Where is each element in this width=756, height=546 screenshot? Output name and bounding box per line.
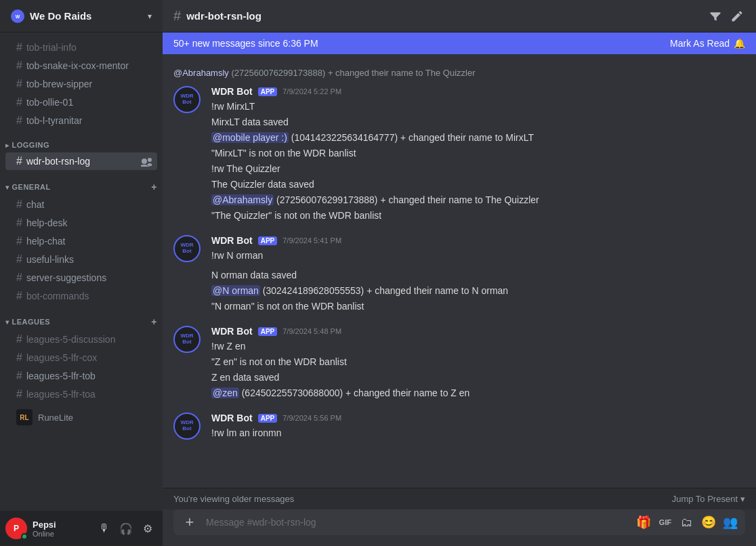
chevron-down-icon: ▾	[740, 494, 745, 504]
hash-icon: #	[16, 155, 22, 167]
bot-avatar-4: WDRBot	[173, 413, 201, 440]
filter-icon[interactable]	[707, 8, 723, 24]
app-badge: APP	[258, 327, 278, 336]
channel-item-useful-links[interactable]: # useful-links	[5, 251, 157, 268]
message-timestamp: 7/9/2024 5:48 PM	[282, 327, 341, 335]
runelite-icon: RL	[16, 409, 33, 425]
bot-name: WDR Bot	[211, 413, 253, 423]
user-info: Pepsi Online	[33, 520, 89, 538]
channel-item-leagues-5-lfr-cox[interactable]: # leagues-5-lfr-cox	[5, 349, 157, 366]
runelite-section[interactable]: RL RuneLite	[5, 404, 157, 431]
bot-avatar-3: WDRBot	[173, 326, 201, 353]
avatar: P	[5, 518, 27, 539]
app-badge: APP	[258, 87, 278, 96]
message-group-2: WDRBot WDR Bot APP 7/9/2024 5:41 PM !rw …	[163, 232, 756, 318]
channel-item-bot-commands[interactable]: # bot-commands	[5, 287, 157, 305]
channel-item-tob-ollie[interactable]: # tob-ollie-01	[5, 93, 157, 111]
hash-icon: #	[16, 114, 22, 127]
settings-button[interactable]: ⚙	[138, 519, 157, 538]
channel-hash-icon: #	[173, 8, 181, 24]
category-general[interactable]: ▾ GENERAL +	[0, 171, 163, 195]
edit-icon[interactable]	[729, 8, 745, 24]
mention-abrahamsly[interactable]: @Abrahamsly	[211, 194, 274, 205]
new-messages-banner: 50+ new messages since 6:36 PM Mark As R…	[163, 33, 756, 54]
category-logging[interactable]: ▸ LOGGING	[0, 130, 163, 152]
hash-icon: #	[16, 272, 22, 284]
message-line: !rw lm an ironmn	[211, 426, 745, 440]
messages-area[interactable]: @Abrahamsly (272560076299173888) + chang…	[163, 54, 756, 488]
message-line: MirxLT data saved	[211, 115, 745, 129]
message-input[interactable]	[206, 509, 629, 535]
message-timestamp: 7/9/2024 5:22 PM	[282, 87, 341, 96]
server-icon: W	[11, 9, 24, 23]
mic-button[interactable]: 🎙	[95, 519, 114, 538]
message-line: "N orman" is not on the WDR banlist	[211, 299, 745, 314]
user-area: P Pepsi Online 🎙 🎧 ⚙	[0, 511, 163, 546]
add-attachment-button[interactable]: +	[179, 511, 201, 533]
message-line: !rw Z en	[211, 339, 745, 354]
add-channel-icon[interactable]: +	[151, 182, 157, 192]
hash-icon: #	[16, 217, 22, 229]
svg-text:W: W	[16, 14, 20, 19]
mark-as-read-button[interactable]: Mark As Read 🔔	[670, 38, 745, 49]
channel-item-tob-brew[interactable]: # tob-brew-sipper	[5, 75, 157, 93]
chevron-down-icon: ▾	[148, 12, 152, 21]
older-messages-text: You're viewing older messages	[173, 494, 294, 504]
channel-item-leagues-5-lfr-toa[interactable]: # leagues-5-lfr-toa	[5, 385, 157, 403]
channel-item-wdr-bot-rsn-log[interactable]: # wdr-bot-rsn-log	[5, 152, 157, 170]
emoji-button[interactable]: 😊	[699, 513, 718, 532]
gif-button[interactable]: GIF	[656, 513, 675, 532]
add-member-icon[interactable]	[141, 156, 152, 167]
gift-button[interactable]: 🎁	[634, 513, 653, 532]
channel-list: # tob-trial-info # tob-snake-ix-cox-ment…	[0, 33, 163, 511]
server-header[interactable]: W We Do Raids ▾	[0, 0, 163, 33]
message-header-1: WDR Bot APP 7/9/2024 5:22 PM	[211, 86, 745, 97]
message-input-wrapper: + 🎁 GIF 🗂 😊 👥	[173, 509, 745, 535]
mention-zen[interactable]: @zen	[211, 387, 239, 398]
add-channel-icon[interactable]: +	[151, 316, 157, 327]
category-leagues[interactable]: ▾ LEAGUES +	[0, 306, 163, 330]
hash-icon: #	[16, 352, 22, 364]
channel-item-tob-snake[interactable]: # tob-snake-ix-cox-mentor	[5, 57, 157, 75]
hash-icon: #	[16, 235, 22, 247]
channel-item-help-desk[interactable]: # help-desk	[5, 214, 157, 232]
message-group-1: WDRBot WDR Bot APP 7/9/2024 5:22 PM !rw …	[163, 83, 756, 227]
channel-item-tob-l-tyranitar[interactable]: # tob-l-tyranitar	[5, 112, 157, 129]
app-badge: APP	[258, 236, 278, 245]
message-line-mention: @N orman (302424189628055553) + changed …	[211, 284, 745, 298]
bell-icon: 🔔	[734, 38, 745, 49]
sticker-button[interactable]: 🗂	[677, 513, 696, 532]
bot-name: WDR Bot	[211, 326, 253, 337]
channel-item-server-suggestions[interactable]: # server-suggestions	[5, 269, 157, 287]
channel-item-leagues-5-lfr-tob[interactable]: # leagues-5-lfr-tob	[5, 367, 157, 385]
message-timestamp: 7/9/2024 5:56 PM	[282, 414, 341, 422]
message-line: !rw MirxLT	[211, 100, 745, 114]
message-line: "MirxLT" is not on the WDR banlist	[211, 146, 745, 161]
channel-item-tob-trial-info[interactable]: # tob-trial-info	[5, 39, 157, 56]
hash-icon: #	[16, 41, 22, 54]
channel-item-chat[interactable]: # chat	[5, 196, 157, 213]
main-content: # wdr-bot-rsn-log 50+ new messages since…	[163, 0, 756, 546]
message-content-4: WDR Bot APP 7/9/2024 5:56 PM !rw lm an i…	[211, 413, 745, 442]
headphones-button[interactable]: 🎧	[117, 519, 135, 538]
message-group-4: WDRBot WDR Bot APP 7/9/2024 5:56 PM !rw …	[163, 410, 756, 444]
message-line-mention: @mobile player :) (1041423225634164777) …	[211, 131, 745, 145]
channel-item-leagues-5-discussion[interactable]: # leagues-5-discussion	[5, 331, 157, 348]
bot-name: WDR Bot	[211, 235, 253, 246]
online-status-dot	[21, 533, 28, 540]
mention[interactable]: @mobile player :)	[211, 132, 289, 143]
message-line: !rw N orman	[211, 249, 745, 263]
input-actions: 🎁 GIF 🗂 😊 👥	[634, 513, 740, 532]
channel-item-help-chat[interactable]: # help-chat	[5, 232, 157, 250]
mention-n-orman[interactable]: @N orman	[211, 285, 260, 296]
people-button[interactable]: 👥	[721, 513, 740, 532]
message-group-3: WDRBot WDR Bot APP 7/9/2024 5:48 PM !rw …	[163, 323, 756, 404]
jump-to-present-button[interactable]: Jump To Present ▾	[672, 494, 745, 504]
hash-icon: #	[16, 198, 22, 211]
new-messages-text: 50+ new messages since 6:36 PM	[173, 38, 318, 49]
message-line: !rw The Quizzler	[211, 162, 745, 176]
message-timestamp: 7/9/2024 5:41 PM	[282, 236, 341, 245]
mention-abrahamsly[interactable]: @Abrahamsly	[173, 68, 229, 78]
hash-icon: #	[16, 60, 22, 72]
hash-icon: #	[16, 290, 22, 302]
